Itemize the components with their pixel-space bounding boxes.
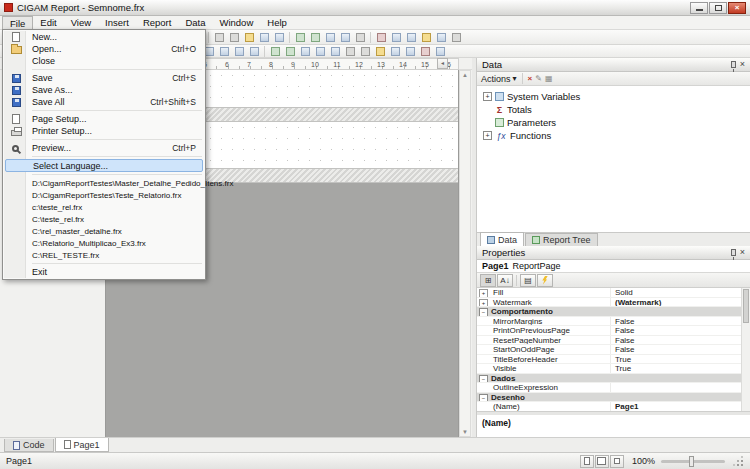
grid-lines-icon[interactable]: [353, 31, 367, 43]
menu-item-printer-setup[interactable]: Printer Setup...: [4, 125, 204, 137]
copy-icon[interactable]: [227, 31, 241, 43]
paste-icon[interactable]: [242, 31, 256, 43]
group-icon[interactable]: [293, 31, 307, 43]
styles-icon[interactable]: [434, 31, 448, 43]
ungroup-icon[interactable]: [308, 31, 322, 43]
menu-report[interactable]: Report: [136, 16, 179, 29]
property-row[interactable]: Watermark (Watermark): [477, 298, 750, 308]
menu-item-recent-file[interactable]: D:\CigamReportTestes\Master_Detalhe_Pedi…: [4, 177, 204, 189]
chart-object-icon[interactable]: [373, 45, 387, 57]
tab-data[interactable]: Data: [480, 232, 524, 246]
band-config-icon[interactable]: [389, 31, 403, 43]
line-object-icon[interactable]: [313, 45, 327, 57]
menu-item-close[interactable]: Close: [4, 55, 204, 67]
tab-page1[interactable]: Page1: [55, 438, 109, 452]
property-row[interactable]: MirrorMargins False: [477, 317, 750, 327]
menu-item-recent-file[interactable]: C:\teste_rel.frx: [4, 213, 204, 225]
expand-icon[interactable]: +: [483, 92, 492, 101]
category-row[interactable]: Comportamento: [477, 307, 750, 317]
menu-item-save[interactable]: Save Ctrl+S: [4, 72, 204, 84]
zoom-slider[interactable]: [661, 460, 725, 463]
menu-view[interactable]: View: [64, 16, 98, 29]
view-page-width-button[interactable]: [595, 455, 609, 468]
table-object-icon[interactable]: [343, 45, 357, 57]
events-button[interactable]: [537, 274, 553, 287]
close-button[interactable]: ×: [728, 2, 746, 14]
edit-icon[interactable]: ✎: [535, 74, 542, 84]
menu-insert[interactable]: Insert: [98, 16, 136, 29]
tab-code[interactable]: Code: [4, 439, 54, 452]
property-row[interactable]: Fill Solid: [477, 288, 750, 298]
menu-item-recent-file[interactable]: C:\rel_master_detalhe.frx: [4, 225, 204, 237]
category-row[interactable]: Dados: [477, 374, 750, 384]
undo-icon[interactable]: [257, 31, 271, 43]
pin-icon[interactable]: [731, 249, 736, 256]
property-row[interactable]: TitleBeforeHeader True: [477, 355, 750, 365]
tree-item-system-variables[interactable]: + System Variables: [483, 90, 750, 103]
actions-button[interactable]: Actions ▾: [481, 74, 517, 84]
menu-item-open[interactable]: Open... Ctrl+O: [4, 43, 204, 55]
menu-item-recent-file[interactable]: D:\CigamReportTestes\Teste_Relatorio.frx: [4, 189, 204, 201]
menu-item-recent-file[interactable]: C:\Relatorio_Multiplicao_Ex3.frx: [4, 237, 204, 249]
close-icon[interactable]: ×: [740, 60, 745, 69]
picture-object-icon[interactable]: [298, 45, 312, 57]
object-select-icon[interactable]: [268, 45, 282, 57]
view-icon[interactable]: ▦: [545, 74, 553, 84]
vertical-scrollbar[interactable]: ▲ ▼: [459, 70, 471, 437]
menu-file[interactable]: File: [2, 16, 33, 30]
expand-icon[interactable]: +: [483, 131, 492, 140]
barcode-object-icon[interactable]: [358, 45, 372, 57]
fit-grid-icon[interactable]: [338, 31, 352, 43]
menu-item-recent-file[interactable]: c:\teste_rel.frx: [4, 201, 204, 213]
tab-report-tree[interactable]: Report Tree: [525, 233, 598, 246]
subreport-object-icon[interactable]: [418, 45, 432, 57]
resize-grip[interactable]: [733, 456, 744, 467]
menu-item-select-language[interactable]: Select Language...: [5, 159, 203, 172]
properties-view-button[interactable]: ▤: [520, 274, 536, 287]
border-none-icon[interactable]: [247, 45, 261, 57]
tree-item-totals[interactable]: Σ Totals: [483, 103, 750, 116]
scrollbar-thumb[interactable]: [743, 289, 749, 323]
scroll-down-icon[interactable]: ▼: [460, 429, 470, 435]
menu-item-preview[interactable]: Preview... Ctrl+P: [4, 142, 204, 154]
menu-data[interactable]: Data: [178, 16, 212, 29]
property-row[interactable]: PrintOnPreviousPage False: [477, 326, 750, 336]
menu-item-recent-file[interactable]: C:\REL_TESTE.frx: [4, 249, 204, 261]
alphabetical-button[interactable]: A↓: [497, 274, 513, 287]
property-row[interactable]: OutlineExpression: [477, 383, 750, 393]
menu-item-save-all[interactable]: Save All Ctrl+Shift+S: [4, 96, 204, 108]
border-all-icon[interactable]: [232, 45, 246, 57]
view-single-page-button[interactable]: [580, 455, 594, 468]
maximize-button[interactable]: [709, 2, 727, 14]
property-row[interactable]: (Name) Page1: [477, 402, 750, 412]
property-row[interactable]: ResetPageNumber False: [477, 336, 750, 346]
categorized-button[interactable]: ⊞: [480, 274, 496, 287]
menu-window[interactable]: Window: [212, 16, 260, 29]
pin-icon[interactable]: [731, 61, 736, 68]
redo-icon[interactable]: [272, 31, 286, 43]
insert-band-icon[interactable]: [374, 31, 388, 43]
cut-icon[interactable]: [212, 31, 226, 43]
scroll-left-icon[interactable]: ◂: [437, 58, 448, 69]
align-grid-icon[interactable]: [323, 31, 337, 43]
property-row[interactable]: Visible True: [477, 364, 750, 374]
tree-item-parameters[interactable]: Parameters: [483, 116, 750, 129]
checkbox-object-icon[interactable]: [388, 45, 402, 57]
category-row[interactable]: Desenho: [477, 393, 750, 403]
page-setup-icon[interactable]: [419, 31, 433, 43]
richtext-object-icon[interactable]: [403, 45, 417, 57]
crosstab-object-icon[interactable]: [433, 45, 447, 57]
zoom-slider-thumb[interactable]: [689, 456, 694, 467]
menu-item-new[interactable]: New...: [4, 31, 204, 43]
watermark-icon[interactable]: [449, 31, 463, 43]
menu-item-page-setup[interactable]: Page Setup...: [4, 113, 204, 125]
report-options-icon[interactable]: [404, 31, 418, 43]
menu-item-save-as[interactable]: Save As...: [4, 84, 204, 96]
delete-icon[interactable]: ×: [528, 74, 533, 84]
grid-scrollbar[interactable]: [741, 288, 750, 411]
menu-item-exit[interactable]: Exit: [4, 266, 204, 278]
shape-object-icon[interactable]: [328, 45, 342, 57]
view-whole-page-button[interactable]: [610, 455, 624, 468]
property-row[interactable]: StartOnOddPage False: [477, 345, 750, 355]
menu-help[interactable]: Help: [260, 16, 294, 29]
